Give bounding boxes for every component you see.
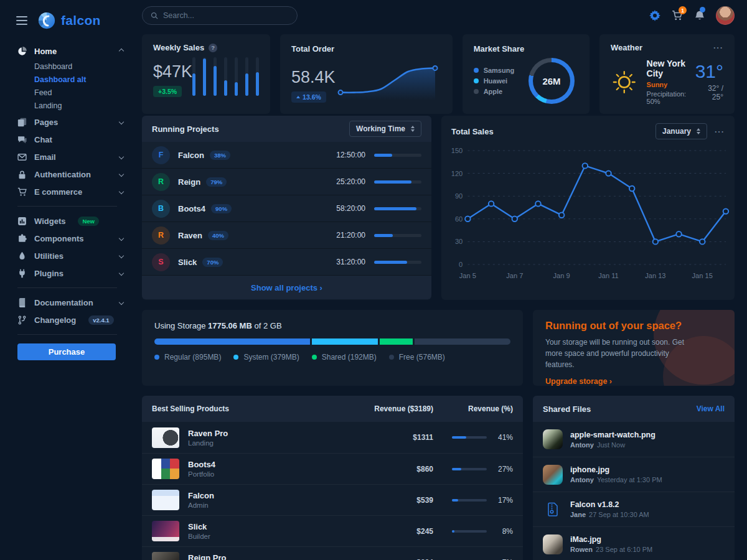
sidebar-item-e-commerce[interactable]: E commerce (17, 183, 128, 200)
sidebar-badge: v2.4.1 (88, 315, 113, 325)
zip-file-icon (543, 500, 563, 520)
file-row[interactable]: apple-smart-watch.pngAntonyJust Now (533, 422, 735, 457)
file-name-link[interactable]: iphone.jpg (570, 465, 662, 474)
project-row[interactable]: RRaven40%21:20:00 (142, 222, 431, 249)
help-icon[interactable]: ? (209, 44, 217, 52)
storage-legend: Regular (895MB)System (379MB)Shared (192… (154, 353, 510, 362)
svg-text:Jan 9: Jan 9 (553, 272, 570, 279)
product-row[interactable]: SlickBuilder$2458% (142, 515, 523, 546)
file-user: Antony (570, 441, 594, 449)
project-time: 58:20:00 (336, 204, 365, 213)
topbar: 1 (142, 0, 735, 31)
legend-label: Regular (895MB) (164, 353, 221, 362)
svg-text:Jan 7: Jan 7 (506, 272, 523, 279)
legend-item: Samsung (474, 67, 515, 74)
sidebar-item-dashboard-alt[interactable]: Dashboard alt (34, 73, 128, 86)
project-row[interactable]: FFalcon38%12:50:00 (142, 142, 431, 169)
purchase-button[interactable]: Purchase (17, 343, 116, 360)
file-row[interactable]: Falcon v1.8.2Jane27 Sep at 10:30 AM (533, 492, 735, 526)
chat-icon (17, 135, 27, 144)
stat-cards-row: Weekly Sales ? $47K +3.5% Total Order 58… (142, 34, 735, 106)
product-name-link[interactable]: Slick (188, 522, 352, 531)
product-row[interactable]: FalconAdmin$53917% (142, 484, 523, 515)
sidebar-item-label: Pages (34, 118, 58, 127)
brand-link[interactable]: falcon (37, 11, 101, 30)
market-share-title: Market Share (474, 44, 525, 54)
sidebar-item-plugins[interactable]: Plugins (17, 264, 128, 282)
sidebar-item-components[interactable]: Components (17, 230, 128, 247)
file-name-link[interactable]: Falcon v1.8.2 (570, 500, 649, 509)
legend-label: Shared (192MB) (322, 353, 377, 362)
svg-text:Jan 13: Jan 13 (645, 272, 665, 279)
project-name: Slick (178, 258, 197, 267)
sidebar: falcon HomeDashboardDashboard altFeedLan… (0, 0, 134, 560)
menu-toggle-icon[interactable] (16, 16, 27, 25)
product-revenue: $539 (352, 496, 433, 505)
bell-icon[interactable] (693, 9, 706, 22)
product-pct-label: 7% (494, 558, 513, 560)
view-all-link[interactable]: View All (697, 404, 725, 413)
sidebar-item-landing[interactable]: Landing (34, 99, 128, 112)
file-user: Rowen (570, 546, 593, 553)
sun-icon (611, 68, 638, 96)
legend-dot (474, 68, 479, 73)
sidebar-item-changelog[interactable]: Changelogv2.4.1 (17, 311, 128, 329)
file-info: iMac.jpgRowen23 Sep at 6:10 PM (570, 535, 652, 553)
product-name-link[interactable]: Boots4 (188, 460, 352, 469)
sidebar-item-documentation[interactable]: Documentation (17, 294, 128, 311)
month-select[interactable]: January (655, 123, 707, 139)
settings-gear-icon[interactable] (649, 9, 661, 22)
sort-arrows-icon (697, 128, 700, 134)
show-all-projects-link[interactable]: Show all projects › (251, 283, 322, 292)
search-box[interactable] (142, 6, 298, 25)
file-meta: AntonyJust Now (570, 441, 655, 449)
project-row[interactable]: SSlick70%31:20:00 (142, 249, 431, 276)
product-row[interactable]: Boots4Portfolio$86027% (142, 453, 523, 484)
sidebar-item-home[interactable]: Home (17, 42, 128, 60)
file-name-link[interactable]: iMac.jpg (570, 535, 652, 544)
upgrade-storage-link[interactable]: Upgrade storage › (545, 377, 612, 386)
svg-text:120: 120 (451, 170, 463, 177)
widgets-icon (17, 217, 27, 226)
cart-icon[interactable]: 1 (671, 9, 684, 22)
sidebar-item-utilities[interactable]: Utilities (17, 247, 128, 264)
sidebar-item-chat[interactable]: Chat (17, 131, 128, 148)
product-thumbnail (152, 427, 179, 448)
sidebar-item-feed[interactable]: Feed (34, 86, 128, 99)
legend-dot (474, 89, 479, 94)
project-avatar: R (152, 226, 170, 245)
sidebar-item-authentication[interactable]: Authentication (17, 166, 128, 183)
market-share-legend: SamsungHuaweiApple (474, 67, 515, 95)
sidebar-item-widgets[interactable]: WidgetsNew (17, 212, 128, 230)
file-name-link[interactable]: apple-smart-watch.png (570, 431, 655, 439)
shared-files-header: Shared Files View All (533, 396, 735, 422)
avatar[interactable] (716, 6, 735, 25)
sidebar-item-pages[interactable]: Pages (17, 113, 128, 131)
storage-segment (312, 338, 378, 345)
project-row[interactable]: RReign79%25:20:00 (142, 169, 431, 195)
legend-label: Apple (484, 88, 503, 95)
weather-menu-dots[interactable]: ··· (713, 43, 723, 52)
project-row[interactable]: BBoots490%58:20:00 (142, 195, 431, 222)
product-name-link[interactable]: Falcon (188, 491, 352, 500)
running-projects-list: FFalcon38%12:50:00RReign79%25:20:00BBoot… (142, 142, 431, 276)
product-row[interactable]: Reign ProAgency$2347% (142, 546, 523, 560)
working-time-select[interactable]: Working Time (349, 121, 421, 137)
project-avatar: B (152, 200, 170, 218)
product-row[interactable]: Raven ProLanding$131141% (142, 422, 523, 453)
search-input[interactable] (163, 11, 289, 20)
storage-segment (380, 338, 413, 345)
file-time: Just Now (597, 441, 625, 449)
storage-legend-item: Shared (192MB) (312, 353, 377, 362)
sidebar-item-email[interactable]: Email (17, 148, 128, 166)
market-share-donut-chart: 26M (529, 58, 575, 104)
file-row[interactable]: iMac.jpgRowen23 Sep at 6:10 PM (533, 526, 735, 560)
sidebar-item-dashboard[interactable]: Dashboard (34, 60, 128, 73)
product-name-link[interactable]: Reign Pro (188, 553, 352, 560)
chevron-down-icon (119, 300, 124, 305)
product-info: SlickBuilder (188, 522, 352, 540)
total-sales-menu-dots[interactable]: ··· (715, 127, 725, 136)
file-row[interactable]: iphone.jpgAntonyYesterday at 1:30 PM (533, 457, 735, 492)
product-name-link[interactable]: Raven Pro (188, 429, 352, 438)
search-icon (151, 12, 158, 19)
